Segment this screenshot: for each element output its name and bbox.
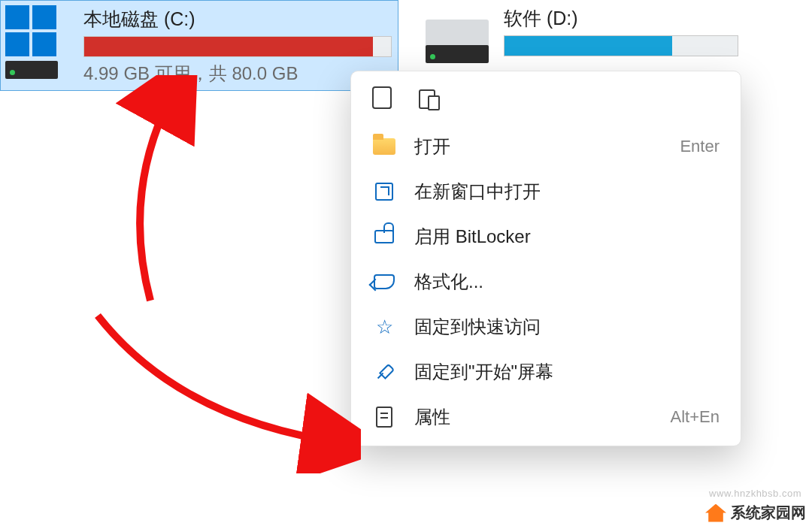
drive-tile-c[interactable]: 本地磁盘 (C:) 4.99 GB 可用，共 80.0 GB <box>0 0 398 91</box>
drive-icon-d <box>426 5 493 80</box>
menu-item-pin-quick-access[interactable]: ☆ 固定到快速访问 <box>351 304 741 349</box>
drive-label-c: 本地磁盘 (C:) <box>83 7 392 32</box>
capacity-fill-c <box>84 37 373 56</box>
menu-item-format[interactable]: 格式化... <box>351 259 741 304</box>
menu-label: 启用 BitLocker <box>414 225 720 249</box>
copy-icon[interactable] <box>372 88 395 110</box>
drive-base-icon <box>5 61 58 79</box>
drive-icon-c <box>5 5 73 80</box>
menu-label: 固定到快速访问 <box>414 315 720 339</box>
menu-label: 固定到"开始"屏幕 <box>414 360 720 384</box>
watermark: 系统家园网 <box>705 503 806 523</box>
drive-label-d: 软件 (D:) <box>504 6 738 31</box>
menu-item-open[interactable]: 打开 Enter <box>351 124 741 169</box>
annotation-arrow-2 <box>90 308 361 473</box>
house-icon <box>705 504 726 522</box>
format-icon <box>372 270 396 294</box>
star-icon: ☆ <box>372 315 396 339</box>
menu-label: 打开 <box>414 135 662 159</box>
menu-item-bitlocker[interactable]: 启用 BitLocker <box>351 214 741 259</box>
menu-shortcut: Alt+En <box>671 407 720 427</box>
drive-context-menu: 打开 Enter 在新窗口中打开 启用 BitLocker 格式化... ☆ 固… <box>350 71 741 446</box>
annotation-arrow-1 <box>105 75 241 316</box>
new-window-icon <box>372 180 396 204</box>
drive-info-c: 本地磁盘 (C:) 4.99 GB 可用，共 80.0 GB <box>83 5 392 86</box>
context-menu-toolbar <box>351 71 741 124</box>
menu-label: 在新窗口中打开 <box>414 180 720 204</box>
drive-free-c: 4.99 GB 可用，共 80.0 GB <box>83 62 392 86</box>
menu-item-properties[interactable]: 属性 Alt+En <box>351 394 741 440</box>
windows-logo-icon <box>5 5 58 58</box>
menu-item-open-new-window[interactable]: 在新窗口中打开 <box>351 169 741 214</box>
properties-icon <box>372 405 396 429</box>
folder-icon <box>372 135 396 159</box>
watermark-text: 系统家园网 <box>731 503 806 523</box>
capacity-fill-d <box>504 36 672 56</box>
capacity-bar-d <box>504 35 738 56</box>
paste-icon[interactable] <box>416 88 438 110</box>
menu-item-pin-start[interactable]: 固定到"开始"屏幕 <box>351 349 741 394</box>
menu-label: 格式化... <box>414 270 720 294</box>
menu-shortcut: Enter <box>680 137 720 156</box>
watermark-url: www.hnzkhbsb.com <box>709 488 801 499</box>
menu-label: 属性 <box>414 405 653 429</box>
drive-base-icon <box>426 45 489 63</box>
capacity-bar-c <box>83 36 392 57</box>
bitlocker-icon <box>372 225 396 249</box>
drive-info-d: 软件 (D:) <box>504 5 738 80</box>
pin-icon <box>372 360 396 384</box>
